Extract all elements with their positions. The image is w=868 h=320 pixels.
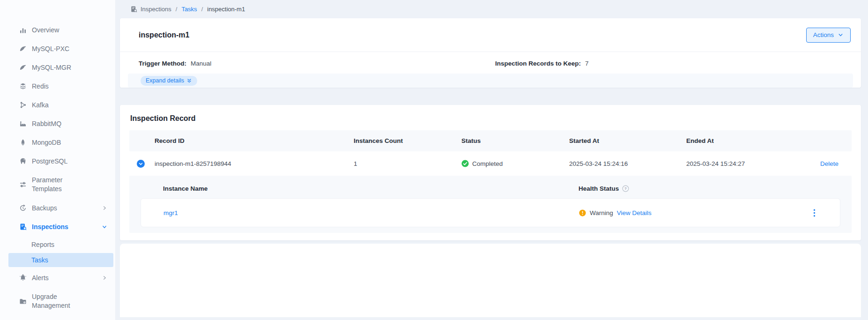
sidebar-item-label: Reports (31, 241, 54, 248)
instance-name-link[interactable]: mgr1 (163, 209, 178, 216)
column-header-status: Status (459, 137, 566, 144)
breadcrumb-separator: / (176, 6, 178, 13)
detail-row: mgr1 Warning View Details (141, 198, 840, 227)
sidebar-item-kafka[interactable]: Kafka (0, 96, 115, 114)
column-header-ended-at: Ended At (683, 137, 801, 144)
records-to-keep-field: Inspection Records to Keep: 7 (495, 60, 589, 67)
sliders-icon (19, 181, 27, 189)
breadcrumb-separator: / (201, 6, 203, 13)
sidebar-item-label: Upgrade Management (32, 292, 93, 310)
sidebar-item-alerts[interactable]: Alerts (0, 268, 115, 287)
column-header-record-id: Record ID (152, 137, 351, 144)
sidebar-item-overview[interactable]: Overview (0, 21, 115, 39)
breadcrumb-item-tasks[interactable]: Tasks (181, 6, 197, 13)
breadcrumb-item-current: inspection-m1 (207, 6, 245, 13)
sidebar-item-parameter-templates[interactable]: Parameter Templates (0, 171, 115, 199)
field-label: Trigger Method: (139, 60, 186, 67)
breadcrumb: Inspections / Tasks / inspection-m1 (120, 0, 861, 18)
sidebar-item-tasks[interactable]: Tasks (8, 253, 113, 267)
detail-table-header: Instance Name Health Status ? (141, 179, 840, 197)
svg-text:?: ? (624, 186, 627, 191)
kebab-menu-icon (813, 209, 816, 217)
sidebar-item-label: MySQL-PXC (32, 45, 93, 53)
sidebar-item-label: Alerts (32, 274, 93, 283)
section-title: Inspection Record (130, 114, 852, 123)
column-header-instances-count: Instances Count (351, 137, 459, 144)
sidebar-item-redis[interactable]: Redis (0, 77, 115, 96)
task-summary-card: inspection-m1 Actions Trigger Method: Ma… (120, 18, 861, 88)
kafka-icon (19, 101, 27, 109)
chevron-down-circle-icon (137, 160, 145, 168)
health-status-label: Warning (590, 209, 613, 216)
dolphin-icon (19, 45, 27, 53)
delete-link[interactable]: Delete (820, 160, 838, 167)
status-label: Completed (472, 160, 503, 167)
sidebar-item-label: MongoDB (32, 138, 93, 147)
upgrade-icon (19, 298, 27, 305)
sidebar-item-label: RabbitMQ (32, 119, 93, 128)
inspection-record-card: Inspection Record Record ID Instances Co… (120, 105, 861, 240)
sidebar-item-mongodb[interactable]: MongoDB (0, 133, 115, 152)
layers-icon (19, 82, 27, 90)
sidebar-item-postgresql[interactable]: PostgreSQL (0, 152, 115, 171)
cell-record-id: inspection-m1-8257198944 (152, 160, 351, 167)
alarm-icon (19, 274, 27, 282)
sidebar-item-label: Redis (32, 82, 93, 91)
view-details-link[interactable]: View Details (617, 209, 652, 216)
actions-button[interactable]: Actions (806, 28, 851, 43)
trigger-method-field: Trigger Method: Manual (139, 60, 495, 67)
sidebar-item-label: Overview (32, 26, 93, 35)
sidebar-item-rabbitmq[interactable]: RabbitMQ (0, 114, 115, 133)
sidebar-item-label: Backups (32, 204, 93, 213)
cell-instances-count: 1 (351, 160, 459, 167)
sidebar-item-label: Kafka (32, 101, 93, 110)
sidebar-item-label: MySQL-MGR (32, 63, 93, 72)
expand-details-label: Expand details (146, 77, 184, 84)
bottom-panel (120, 244, 861, 317)
row-menu-button[interactable] (788, 209, 840, 217)
expand-details-button[interactable]: Expand details (141, 76, 197, 86)
question-circle-icon[interactable]: ? (622, 185, 629, 192)
chevron-down-icon (101, 223, 108, 230)
expand-strip: Expand details (128, 74, 853, 88)
inspection-icon (130, 6, 137, 13)
chevron-right-icon (101, 275, 108, 281)
expanded-detail-section: Instance Name Health Status ? mgr1 Warni… (129, 176, 852, 233)
leaf-icon (19, 139, 27, 147)
elephant-icon (19, 157, 27, 165)
chevron-right-icon (101, 205, 108, 211)
column-header-started-at: Started At (566, 137, 683, 144)
dolphin-icon (19, 64, 27, 72)
sidebar-item-reports[interactable]: Reports (8, 238, 113, 252)
record-table-header: Record ID Instances Count Status Started… (129, 130, 852, 151)
sidebar-item-backups[interactable]: Backups (0, 199, 115, 217)
table-row: inspection-m1-8257198944 1 Completed 202… (129, 151, 852, 176)
task-fields-row: Trigger Method: Manual Inspection Record… (120, 52, 861, 67)
field-value: 7 (585, 60, 589, 67)
sidebar-item-upgrade-management[interactable]: Upgrade Management (0, 287, 115, 315)
factory-icon (19, 120, 27, 128)
cell-health-status: Warning View Details (579, 209, 788, 216)
task-card-header: inspection-m1 Actions (120, 18, 861, 52)
actions-button-label: Actions (813, 31, 834, 38)
main-content: Inspections / Tasks / inspection-m1 insp… (115, 0, 868, 320)
bar-chart-icon (19, 26, 27, 34)
breadcrumb-item-inspections: Inspections (141, 6, 171, 13)
cell-started-at: 2025-03-24 15:24:16 (566, 160, 683, 167)
cell-actions: Delete (801, 160, 852, 167)
check-circle-icon (461, 160, 469, 167)
cell-ended-at: 2025-03-24 15:24:27 (683, 160, 801, 167)
field-value: Manual (191, 60, 211, 67)
column-header-instance-name: Instance Name (163, 185, 579, 192)
inspection-icon (19, 223, 27, 231)
sidebar-item-mysql-pxc[interactable]: MySQL-PXC (0, 39, 115, 58)
double-chevron-down-icon (186, 78, 192, 83)
page-title: inspection-m1 (139, 31, 189, 39)
sidebar-item-mysql-mgr[interactable]: MySQL-MGR (0, 58, 115, 77)
row-expand-toggle[interactable] (129, 160, 152, 168)
sidebar-item-label: Parameter Templates (32, 176, 93, 193)
sidebar-item-label: Tasks (31, 256, 48, 264)
field-label: Inspection Records to Keep: (495, 60, 581, 67)
sidebar-item-inspections[interactable]: Inspections (0, 217, 115, 236)
chevron-down-icon (838, 32, 844, 38)
